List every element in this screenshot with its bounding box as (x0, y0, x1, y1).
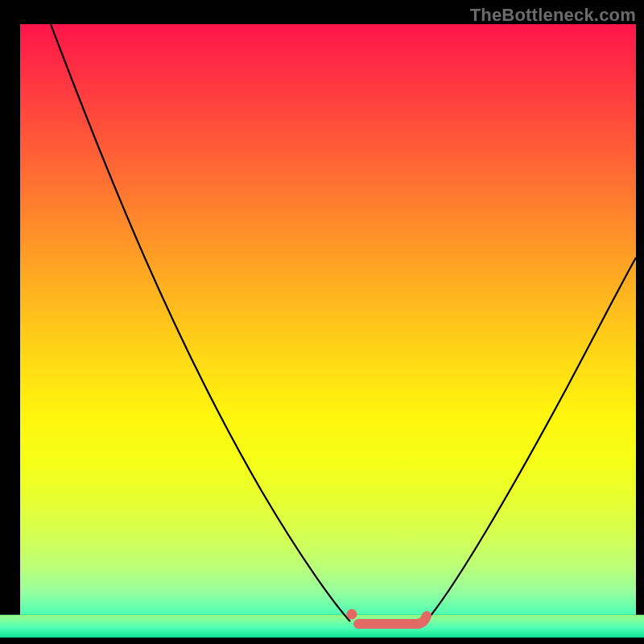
curve-left-branch (51, 24, 350, 621)
chart-area (20, 24, 636, 636)
optimal-range-marker (358, 616, 427, 624)
bottleneck-curve-svg (20, 24, 636, 636)
curve-right-branch (426, 258, 636, 621)
marker-start-dot (347, 609, 357, 620)
watermark-text: TheBottleneck.com (470, 5, 636, 26)
